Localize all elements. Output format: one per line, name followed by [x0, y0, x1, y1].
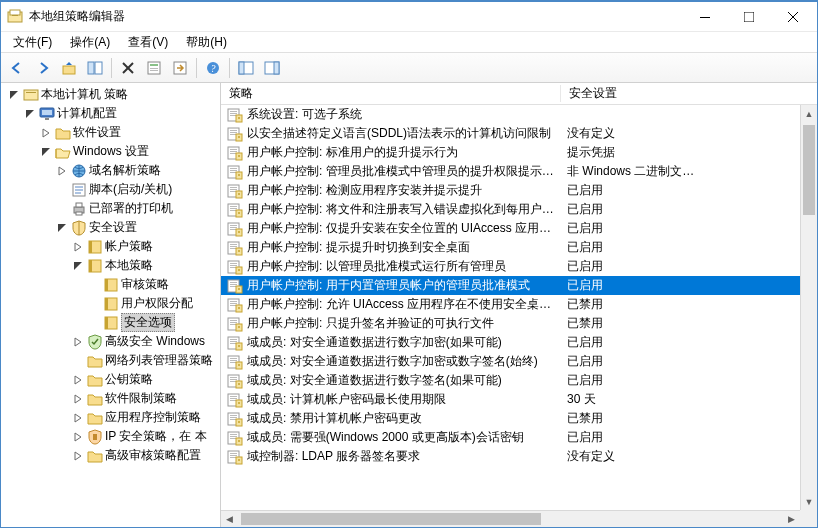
toolbar-delete[interactable] [116, 56, 140, 80]
policy-name: 用户帐户控制: 以管理员批准模式运行所有管理员 [247, 258, 559, 275]
policy-row[interactable]: 用户帐户控制: 标准用户的提升提示行为提示凭据 [221, 143, 800, 162]
svg-rect-112 [230, 322, 237, 323]
tree-local-policy[interactable]: 本地策略 [3, 256, 220, 275]
tree-user-rights[interactable]: 用户权限分配 [3, 294, 220, 313]
tree-security-settings[interactable]: 安全设置 [3, 218, 220, 237]
scroll-left-arrow[interactable]: ◀ [221, 511, 238, 527]
tree-computer-config[interactable]: 计算机配置 [3, 104, 220, 123]
toolbar-pane-right[interactable] [260, 56, 284, 80]
policy-row[interactable]: 域成员: 禁用计算机帐户密码更改已禁用 [221, 409, 800, 428]
svg-point-73 [238, 193, 240, 195]
tree-label: 安全选项 [121, 313, 175, 332]
tree-windows-settings[interactable]: Windows 设置 [3, 142, 220, 161]
svg-rect-135 [230, 396, 237, 397]
policy-row[interactable]: 用户帐户控制: 管理员批准模式中管理员的提升权限提示的…非 Windows 二进… [221, 162, 800, 181]
svg-rect-15 [150, 70, 158, 71]
policy-row[interactable]: 用户帐户控制: 只提升签名并验证的可执行文件已禁用 [221, 314, 800, 333]
tree-twisty-closed-icon[interactable] [71, 430, 85, 444]
policy-row[interactable]: 域成员: 需要强(Windows 2000 或更高版本)会话密钥已启用 [221, 428, 800, 447]
tree-label: 公钥策略 [105, 371, 153, 388]
menu-action[interactable]: 操作(A) [62, 32, 118, 53]
tree-twisty-open-icon[interactable] [71, 259, 85, 273]
menu-view[interactable]: 查看(V) [120, 32, 176, 53]
tree-scripts[interactable]: 脚本(启动/关机) [3, 180, 220, 199]
tree-twisty-closed-icon[interactable] [71, 449, 85, 463]
policy-row[interactable]: 域成员: 对安全通道数据进行数字加密或数字签名(始终)已启用 [221, 352, 800, 371]
tree-app-control[interactable]: 应用程序控制策略 [3, 408, 220, 427]
list-body[interactable]: 系统设置: 可选子系统以安全描述符定义语言(SDDL)语法表示的计算机访问限制没… [221, 105, 817, 527]
maximize-button[interactable] [727, 3, 771, 31]
toolbar-back[interactable] [5, 56, 29, 80]
tree-software-settings[interactable]: 软件设置 [3, 123, 220, 142]
policy-row[interactable]: 域控制器: LDAP 服务器签名要求没有定义 [221, 447, 800, 466]
tree-twisty-open-icon[interactable] [39, 145, 53, 159]
tree-software-restrict[interactable]: 软件限制策略 [3, 389, 220, 408]
tree-twisty-closed-icon[interactable] [71, 411, 85, 425]
svg-rect-64 [230, 170, 237, 171]
policy-row[interactable]: 用户帐户控制: 以管理员批准模式运行所有管理员已启用 [221, 257, 800, 276]
column-policy[interactable]: 策略 [221, 85, 561, 102]
tree-network-list[interactable]: 网络列表管理器策略 [3, 351, 220, 370]
toolbar-up[interactable] [57, 56, 81, 80]
tree-twisty-closed-icon[interactable] [39, 126, 53, 140]
tree-dns-policy[interactable]: 域名解析策略 [3, 161, 220, 180]
toolbar-forward[interactable] [31, 56, 55, 80]
horizontal-scroll-thumb[interactable] [241, 513, 541, 525]
tree-account-policy[interactable]: 帐户策略 [3, 237, 220, 256]
minimize-button[interactable] [683, 3, 727, 31]
close-button[interactable] [771, 3, 815, 31]
tree-root[interactable]: 本地计算机 策略 [3, 85, 220, 104]
tree-ip-security[interactable]: IP 安全策略，在 本 [3, 427, 220, 446]
toolbar-separator [229, 58, 230, 78]
tree-audit-policy[interactable]: 审核策略 [3, 275, 220, 294]
tree-twisty-closed-icon[interactable] [55, 164, 69, 178]
tree-twisty-open-icon[interactable] [23, 107, 37, 121]
tree-security-options-icon [103, 315, 119, 331]
policy-row[interactable]: 域成员: 对安全通道数据进行数字加密(如果可能)已启用 [221, 333, 800, 352]
svg-rect-40 [105, 298, 108, 310]
policy-row[interactable]: 用户帐户控制: 检测应用程序安装并提示提升已启用 [221, 181, 800, 200]
tree-twisty-closed-icon[interactable] [71, 335, 85, 349]
toolbar-help[interactable]: ? [201, 56, 225, 80]
policy-row[interactable]: 以安全描述符定义语言(SDDL)语法表示的计算机访问限制没有定义 [221, 124, 800, 143]
tree-security-options[interactable]: 安全选项 [3, 313, 220, 332]
menu-help[interactable]: 帮助(H) [178, 32, 235, 53]
tree-twisty-open-icon[interactable] [7, 88, 21, 102]
policy-row[interactable]: 系统设置: 可选子系统 [221, 105, 800, 124]
policy-row[interactable]: 用户帐户控制: 将文件和注册表写入错误虚拟化到每用户位置已启用 [221, 200, 800, 219]
toolbar-show-hide[interactable] [83, 56, 107, 80]
vertical-scroll-thumb[interactable] [803, 125, 815, 215]
scroll-up-arrow[interactable]: ▲ [801, 105, 817, 122]
policy-row[interactable]: 用户帐户控制: 仅提升安装在安全位置的 UIAccess 应用程序已启用 [221, 219, 800, 238]
toolbar-export[interactable] [168, 56, 192, 80]
vertical-scrollbar[interactable]: ▲ ▼ [800, 105, 817, 510]
toolbar-properties[interactable] [142, 56, 166, 80]
horizontal-scrollbar[interactable]: ◀ ▶ [221, 510, 800, 527]
toolbar-pane-left[interactable] [234, 56, 258, 80]
svg-point-49 [238, 117, 240, 119]
tree-label: 用户权限分配 [121, 295, 193, 312]
policy-row[interactable]: 域成员: 计算机帐户密码最长使用期限30 天 [221, 390, 800, 409]
policy-row[interactable]: 用户帐户控制: 提示提升时切换到安全桌面已启用 [221, 238, 800, 257]
svg-rect-129 [230, 377, 237, 378]
tree-advanced-windows[interactable]: 高级安全 Windows [3, 332, 220, 351]
tree-public-key[interactable]: 公钥策略 [3, 370, 220, 389]
policy-row[interactable]: 用户帐户控制: 用于内置管理员帐户的管理员批准模式已启用 [221, 276, 800, 295]
tree-twisty-open-icon[interactable] [55, 221, 69, 235]
tree-advanced-audit[interactable]: 高级审核策略配置 [3, 446, 220, 465]
policy-icon [227, 107, 243, 123]
tree-twisty-closed-icon[interactable] [71, 392, 85, 406]
scroll-down-arrow[interactable]: ▼ [801, 493, 817, 510]
tree-pane[interactable]: 本地计算机 策略计算机配置软件设置Windows 设置域名解析策略脚本(启动/关… [1, 83, 221, 527]
tree-printers[interactable]: 已部署的打印机 [3, 199, 220, 218]
policy-row[interactable]: 域成员: 对安全通道数据进行数字签名(如果可能)已启用 [221, 371, 800, 390]
tree-twisty-closed-icon[interactable] [71, 373, 85, 387]
column-setting[interactable]: 安全设置 [561, 85, 817, 102]
tree-label: 帐户策略 [105, 238, 153, 255]
svg-rect-75 [230, 206, 237, 207]
policy-row[interactable]: 用户帐户控制: 允许 UIAccess 应用程序在不使用安全桌面…已禁用 [221, 295, 800, 314]
tree-twisty-closed-icon[interactable] [71, 240, 85, 254]
menu-file[interactable]: 文件(F) [5, 32, 60, 53]
svg-rect-100 [230, 284, 237, 285]
scroll-right-arrow[interactable]: ▶ [783, 511, 800, 527]
